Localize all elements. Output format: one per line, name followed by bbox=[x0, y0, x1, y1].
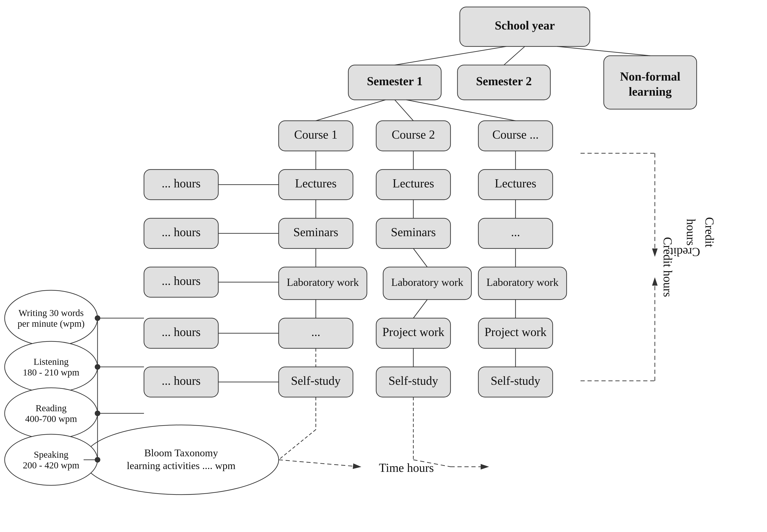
hours-oth-label: ... hours bbox=[162, 325, 201, 339]
selfstudyN-label: Self-study bbox=[491, 374, 540, 387]
credit-hours-vert: Credit hours bbox=[661, 237, 674, 297]
listening-label1: Listening bbox=[33, 356, 69, 367]
selfstudy2-label: Self-study bbox=[388, 374, 438, 387]
lecturesN-label: Lectures bbox=[495, 177, 536, 190]
lectures1-label: Lectures bbox=[295, 177, 336, 190]
reading-label1: Reading bbox=[36, 403, 66, 413]
course2-label: Course 2 bbox=[392, 128, 435, 141]
svg-line-13 bbox=[395, 100, 413, 121]
credit-hours-text1: Credit bbox=[703, 217, 716, 248]
lab2-label: Laboratory work bbox=[391, 276, 463, 288]
labN-label: Laboratory work bbox=[486, 276, 558, 288]
seminars1-label: Seminars bbox=[293, 225, 338, 239]
bloom-label2: learning activities .... wpm bbox=[127, 460, 235, 471]
svg-line-71 bbox=[279, 460, 360, 467]
project2-label: Project work bbox=[382, 325, 444, 339]
selfstudy1-label: Self-study bbox=[291, 374, 341, 387]
speaking-label2: 200 - 420 wpm bbox=[23, 460, 79, 470]
seminarsN-label: ... bbox=[511, 225, 520, 239]
hours-sem-label: ... hours bbox=[162, 225, 201, 239]
svg-line-35 bbox=[413, 248, 427, 267]
svg-line-6 bbox=[395, 46, 506, 65]
lectures2-label: Lectures bbox=[392, 177, 434, 190]
projectN-label: Project work bbox=[484, 325, 546, 339]
semester2-label: Semester 2 bbox=[476, 75, 532, 88]
listening-label2: 180 - 210 wpm bbox=[23, 367, 79, 378]
courseN-label: Course ... bbox=[492, 128, 539, 141]
school-year-label: School year bbox=[495, 19, 555, 32]
other1-label: ... bbox=[311, 325, 320, 339]
nonformal-label2: learning bbox=[629, 85, 672, 98]
svg-line-7 bbox=[504, 46, 525, 65]
semester1-label: Semester 1 bbox=[367, 75, 423, 88]
svg-line-14 bbox=[406, 100, 516, 121]
nonformal-label1: Non-formal bbox=[620, 70, 680, 83]
seminars2-label: Seminars bbox=[391, 225, 436, 239]
hours-ss-label: ... hours bbox=[162, 374, 201, 387]
credit-hours-text2: hours bbox=[684, 219, 698, 246]
svg-line-43 bbox=[413, 300, 427, 318]
time-hours-label: Time hours bbox=[379, 461, 434, 474]
svg-point-55 bbox=[84, 425, 279, 495]
hours-lab-label: ... hours bbox=[162, 274, 201, 287]
reading-label2: 400-700 wpm bbox=[25, 414, 77, 424]
hours-lec-label: ... hours bbox=[162, 177, 201, 190]
writing-label2: per minute (wpm) bbox=[18, 318, 85, 329]
course1-label: Course 1 bbox=[294, 128, 337, 141]
lab1-label: Laboratory work bbox=[287, 276, 359, 288]
svg-line-12 bbox=[316, 100, 385, 121]
svg-line-57 bbox=[279, 430, 316, 460]
svg-line-8 bbox=[557, 46, 650, 56]
speaking-label1: Speaking bbox=[34, 449, 69, 460]
writing-label1: Writing 30 words bbox=[19, 308, 84, 318]
bloom-label1: Bloom Taxonomy bbox=[144, 447, 218, 459]
